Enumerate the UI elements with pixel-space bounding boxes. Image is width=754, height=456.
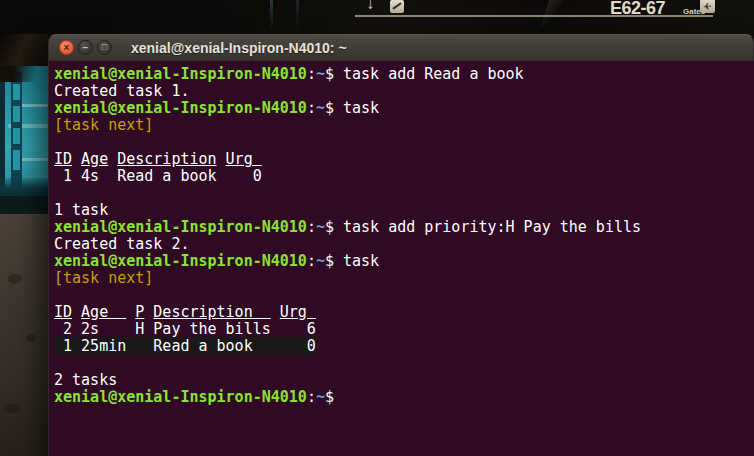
terminal-line: [54, 134, 754, 151]
terminal-line: Created task 1.: [54, 83, 754, 100]
terminal-line: [task next]: [54, 117, 754, 134]
terminal-line: [task next]: [54, 270, 754, 287]
terminal-line: [54, 185, 754, 202]
terminal-line: 1 4s Read a book 0: [54, 168, 754, 185]
terminal-line: xenial@xenial-Inspiron-N4010:~$ task add…: [54, 66, 754, 83]
sign-divider: [355, 15, 713, 17]
terminal-line: ID Age Description Urg: [54, 151, 754, 168]
ceiling-edge: [0, 66, 48, 82]
floor-stain: [8, 274, 22, 284]
terminal-line: 1 task: [54, 202, 754, 219]
maximize-icon: □: [102, 43, 107, 52]
terminal-line: xenial@xenial-Inspiron-N4010:~$ task: [54, 100, 754, 117]
terminal-line: 1 25min Read a book 0: [54, 338, 754, 355]
maximize-button[interactable]: □: [97, 40, 112, 55]
terminal-line: xenial@xenial-Inspiron-N4010:~$ task add…: [54, 219, 754, 236]
wallpaper-sky-window: [0, 66, 48, 196]
terminal-line: 2 2s H Pay the bills 6: [54, 321, 754, 338]
window-controls: × − □: [59, 40, 112, 55]
wallpaper-top-strip: ↓ E62-67 Gates ✈: [0, 0, 754, 34]
terminal-line: xenial@xenial-Inspiron-N4010:~$ task: [54, 253, 754, 270]
window-mullion: [0, 66, 5, 196]
terminal-content[interactable]: xenial@xenial-Inspiron-N4010:~$ task add…: [48, 61, 754, 456]
light-streak: [296, 0, 299, 30]
terminal-line: [54, 355, 754, 372]
cloud: [18, 104, 48, 107]
light-streak: [270, 0, 273, 30]
minimize-icon: −: [83, 43, 89, 53]
floor-stain: [4, 404, 20, 413]
gate-sign: ↓ E62-67 Gates ✈: [352, 0, 720, 20]
window-title: xenial@xenial-Inspiron-N4010: ~: [131, 35, 347, 62]
titlebar[interactable]: × − □ xenial@xenial-Inspiron-N4010: ~: [48, 34, 754, 61]
terminal-line: Created task 2.: [54, 236, 754, 253]
floor-stain: [26, 334, 36, 342]
close-button[interactable]: ×: [59, 40, 74, 55]
down-arrow-icon: ↓: [366, 0, 375, 14]
terminal-line: [54, 287, 754, 304]
terminal-output: xenial@xenial-Inspiron-N4010:~$ task add…: [54, 66, 754, 406]
city-silhouette: [0, 178, 48, 196]
escalator-icon: [390, 0, 404, 13]
window-sill: [0, 196, 48, 214]
minimize-button[interactable]: −: [78, 40, 93, 55]
cloud: [20, 158, 48, 161]
wallpaper-floor: [0, 214, 48, 456]
wallpaper-left-strip: [0, 0, 48, 456]
terminal-window: × − □ xenial@xenial-Inspiron-N4010: ~ xe…: [48, 34, 754, 456]
close-icon: ×: [64, 43, 70, 53]
terminal-line: xenial@xenial-Inspiron-N4010:~$: [54, 389, 754, 406]
terminal-line: 2 tasks: [54, 372, 754, 389]
terminal-line: ID Age P Description Urg: [54, 304, 754, 321]
airplane-icon: ✈: [700, 0, 715, 13]
